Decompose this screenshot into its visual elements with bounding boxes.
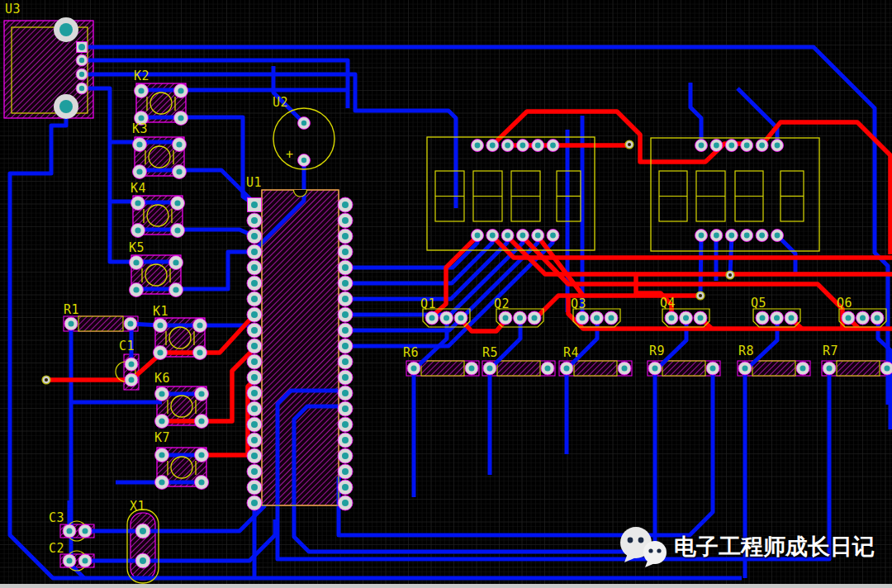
pad-hole xyxy=(69,321,74,327)
pad-hole xyxy=(197,349,202,355)
pad-hole xyxy=(827,366,833,372)
pad-hole xyxy=(251,327,258,334)
pad-hole xyxy=(178,88,183,93)
designator-label-U2: U2 xyxy=(273,95,288,110)
pad-hole xyxy=(535,233,541,239)
pad-hole xyxy=(469,366,475,372)
designator-label-Q2: Q2 xyxy=(494,296,510,311)
pad-hole xyxy=(775,143,780,149)
R7-body xyxy=(837,361,880,376)
R6-body xyxy=(421,361,464,376)
watermark: 电子工程师成长日记 xyxy=(618,525,875,568)
pad-hole xyxy=(458,315,464,321)
designator-label-K5: K5 xyxy=(129,240,145,255)
designator-label-R9: R9 xyxy=(649,344,665,358)
pad-hole xyxy=(429,315,435,321)
pad-hole xyxy=(342,437,349,443)
pad-hole xyxy=(133,287,139,292)
pad-hole xyxy=(251,500,258,506)
pad-hole xyxy=(342,484,349,491)
designator-label-R5: R5 xyxy=(482,345,498,360)
pad-hole xyxy=(129,377,135,383)
pad-hole xyxy=(59,100,73,113)
designator-label-Q4: Q4 xyxy=(660,296,676,311)
pad-hole xyxy=(759,143,765,149)
pad-hole xyxy=(744,233,750,239)
pad-hole xyxy=(67,529,73,534)
designator-label-Q1: Q1 xyxy=(420,296,436,311)
pad-hole xyxy=(138,115,144,121)
via-hole xyxy=(628,143,631,146)
pad-hole xyxy=(342,249,349,255)
pad-hole xyxy=(505,143,510,149)
pad-hole xyxy=(251,343,258,349)
pad-hole xyxy=(710,366,716,372)
pad-hole xyxy=(159,391,164,396)
pad-hole xyxy=(759,233,765,239)
pad-hole xyxy=(198,452,204,458)
designator-label-Q6: Q6 xyxy=(837,296,852,311)
pad-hole xyxy=(138,88,144,93)
pad-hole xyxy=(520,143,526,149)
via-hole xyxy=(699,294,702,297)
pad-hole xyxy=(140,557,146,564)
pcb-editor-canvas[interactable]: +U3U1U2K2K3K4K5K1K6K7R1R6R5R4R9R8R7C1C3C… xyxy=(0,0,892,588)
pad-hole xyxy=(594,315,600,321)
designator-label-C3: C3 xyxy=(49,510,64,525)
pad-hole xyxy=(251,453,258,459)
pad-hole xyxy=(159,479,164,485)
pad-hole xyxy=(875,315,880,321)
pad-hole xyxy=(174,200,180,206)
pad-hole xyxy=(251,280,258,287)
component-U1[interactable] xyxy=(262,190,339,505)
pad-hole xyxy=(198,391,204,396)
pad-hole xyxy=(760,315,766,321)
pad-hole xyxy=(475,143,481,149)
pcb-drawing[interactable]: +U3U1U2K2K3K4K5K1K6K7R1R6R5R4R9R8R7C1C3C… xyxy=(0,0,892,588)
watermark-text: 电子工程师成长日记 xyxy=(674,532,875,562)
pad-hole xyxy=(173,287,178,292)
pad-hole xyxy=(342,264,349,271)
pad-hole xyxy=(342,453,349,459)
pad-hole xyxy=(505,233,510,239)
pad-hole xyxy=(251,217,258,224)
pad-hole xyxy=(846,315,852,321)
designator-label-C1: C1 xyxy=(119,339,135,353)
pad-hole xyxy=(520,233,526,239)
pad-hole xyxy=(251,374,258,381)
via-hole xyxy=(45,378,48,382)
pad-hole xyxy=(251,249,258,255)
pad-hole xyxy=(775,233,780,239)
pad-hole xyxy=(178,115,183,121)
bottom-edge-strip xyxy=(0,584,892,588)
designator-label-K1: K1 xyxy=(153,304,168,319)
pad-hole xyxy=(129,362,135,368)
R1-body xyxy=(78,316,123,331)
U2-polarity-plus: + xyxy=(286,147,294,162)
designator-label-K6: K6 xyxy=(154,371,170,386)
pad-hole xyxy=(444,315,449,321)
pad-hole xyxy=(580,315,586,321)
pad-hole xyxy=(728,143,734,149)
pad-hole xyxy=(133,259,139,265)
pad-hole xyxy=(59,23,73,36)
pad-hole xyxy=(198,479,204,485)
designator-label-K3: K3 xyxy=(132,121,148,136)
designator-label-C2: C2 xyxy=(49,541,64,556)
pad-hole xyxy=(251,484,258,491)
designator-label-Q5: Q5 xyxy=(751,296,766,311)
pad-hole xyxy=(159,452,164,458)
pad-hole xyxy=(699,233,705,239)
component-X1[interactable] xyxy=(130,513,155,580)
pad-hole xyxy=(475,233,481,239)
pad-hole xyxy=(342,358,349,365)
pad-hole xyxy=(301,121,306,126)
pad-hole xyxy=(550,233,556,239)
designator-label-X1: X1 xyxy=(130,499,145,514)
pad-hole xyxy=(251,421,258,428)
pad-hole xyxy=(67,558,73,564)
pad-hole xyxy=(342,327,349,334)
pad-hole xyxy=(490,233,496,239)
pad-hole xyxy=(714,143,719,149)
wechat-icon xyxy=(618,525,669,568)
